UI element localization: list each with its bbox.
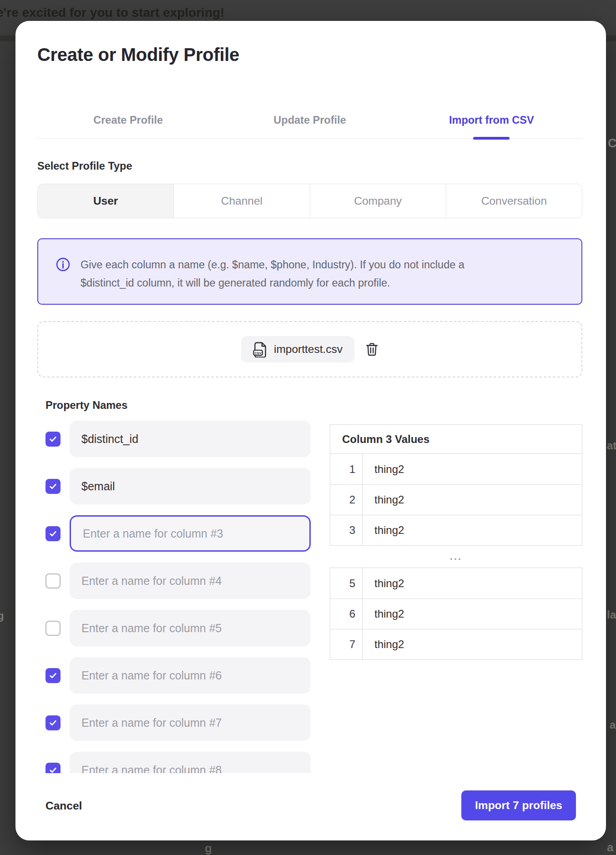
property-row-1 — [45, 421, 311, 457]
info-icon — [56, 257, 71, 304]
property-row-8 — [45, 752, 311, 773]
table-row: 5 thing2 — [330, 568, 582, 598]
rows-ellipsis: ... — [330, 546, 582, 568]
property-row-5 — [45, 610, 311, 646]
cancel-button[interactable]: Cancel — [45, 800, 82, 812]
row-index: 7 — [330, 629, 363, 659]
modal-tab-bar: Create Profile Update Profile Import fro… — [37, 102, 582, 139]
table-row: 3 thing2 — [330, 515, 582, 545]
property-name-input-2[interactable] — [70, 468, 311, 504]
profile-type-channel[interactable]: Channel — [173, 184, 309, 218]
background-fragment: a — [607, 840, 613, 855]
table-row: 2 thing2 — [330, 484, 582, 515]
row-index: 5 — [330, 568, 363, 598]
checkbox-column-8[interactable] — [45, 763, 61, 774]
checkbox-column-3[interactable] — [45, 526, 61, 541]
row-value: thing2 — [363, 599, 404, 629]
property-row-2 — [45, 468, 311, 504]
profile-type-company[interactable]: Company — [310, 184, 446, 218]
info-text: Give each column a name (e.g. $name, $ph… — [81, 256, 517, 304]
row-index: 6 — [330, 599, 363, 629]
property-names-list[interactable] — [45, 421, 311, 773]
values-table-header: Column 3 Values — [330, 425, 582, 454]
row-index: 1 — [330, 454, 363, 484]
background-fragment: a — [610, 719, 616, 731]
csv-dropzone[interactable]: CSV importtest.csv — [37, 321, 582, 377]
property-row-4 — [45, 563, 311, 599]
table-row: 6 thing2 — [330, 598, 582, 629]
csv-file-icon: CSV — [253, 342, 267, 357]
column-values-preview: Column 3 Values 1 thing2 2 thing2 3 thin… — [330, 424, 582, 660]
property-name-input-4[interactable] — [70, 563, 311, 599]
info-callout: Give each column a name (e.g. $name, $ph… — [37, 238, 582, 305]
uploaded-file-chip[interactable]: CSV importtest.csv — [241, 336, 354, 362]
property-name-input-3[interactable] — [70, 515, 311, 552]
modal-title: Create or Modify Profile — [37, 45, 239, 65]
delete-file-button[interactable] — [365, 342, 379, 357]
row-index: 2 — [330, 485, 363, 515]
property-row-7 — [45, 704, 311, 741]
values-table-bottom: 5 thing2 6 thing2 7 thing2 — [330, 568, 582, 660]
property-name-input-6[interactable] — [70, 657, 311, 694]
property-names-heading: Property Names — [45, 399, 127, 412]
row-value: thing2 — [363, 629, 404, 659]
tab-import-label: Import from CSV — [449, 114, 534, 126]
background-fragment: g — [0, 609, 4, 622]
row-value: thing2 — [363, 485, 404, 515]
background-fragment: lab — [607, 609, 616, 621]
checkbox-column-6[interactable] — [45, 668, 61, 683]
table-row: 1 thing2 — [330, 454, 582, 484]
checkbox-column-2[interactable] — [45, 479, 61, 494]
checkbox-column-1[interactable] — [45, 432, 61, 447]
import-profiles-button[interactable]: Import 7 profiles — [461, 790, 576, 820]
property-name-input-8[interactable] — [70, 752, 311, 773]
property-name-input-7[interactable] — [70, 704, 311, 741]
uploaded-file-name: importtest.csv — [274, 343, 343, 356]
background-fragment: ata — [607, 439, 616, 452]
profile-type-segmented-control: User Channel Company Conversation — [37, 184, 582, 218]
background-fragment: Co — [608, 136, 616, 151]
row-index: 3 — [330, 515, 363, 545]
profile-type-user[interactable]: User — [38, 184, 173, 218]
property-name-input-1[interactable] — [70, 421, 311, 457]
property-row-6 — [45, 657, 311, 694]
checkbox-column-4[interactable] — [45, 573, 61, 588]
svg-text:CSV: CSV — [254, 351, 262, 355]
row-value: thing2 — [363, 515, 404, 545]
tab-update-profile[interactable]: Update Profile — [219, 102, 400, 138]
checkbox-column-7[interactable] — [45, 715, 61, 730]
table-row: 7 thing2 — [330, 629, 582, 659]
create-or-modify-profile-modal: Create or Modify Profile Create Profile … — [15, 21, 606, 840]
background-fragment: g — [205, 841, 212, 855]
property-row-3 — [45, 515, 311, 552]
select-profile-type-label: Select Profile Type — [37, 160, 132, 172]
values-table-top: Column 3 Values 1 thing2 2 thing2 3 thin… — [330, 424, 582, 546]
tab-import-from-csv[interactable]: Import from CSV — [401, 102, 582, 138]
profile-type-conversation[interactable]: Conversation — [446, 184, 582, 218]
tab-create-profile[interactable]: Create Profile — [37, 102, 219, 138]
row-value: thing2 — [363, 454, 404, 484]
background-banner-text: e're excited for you to start exploring! — [0, 5, 224, 20]
checkbox-column-5[interactable] — [45, 621, 61, 636]
property-name-input-5[interactable] — [70, 610, 311, 646]
row-value: thing2 — [363, 568, 404, 598]
active-tab-underline — [473, 137, 510, 140]
